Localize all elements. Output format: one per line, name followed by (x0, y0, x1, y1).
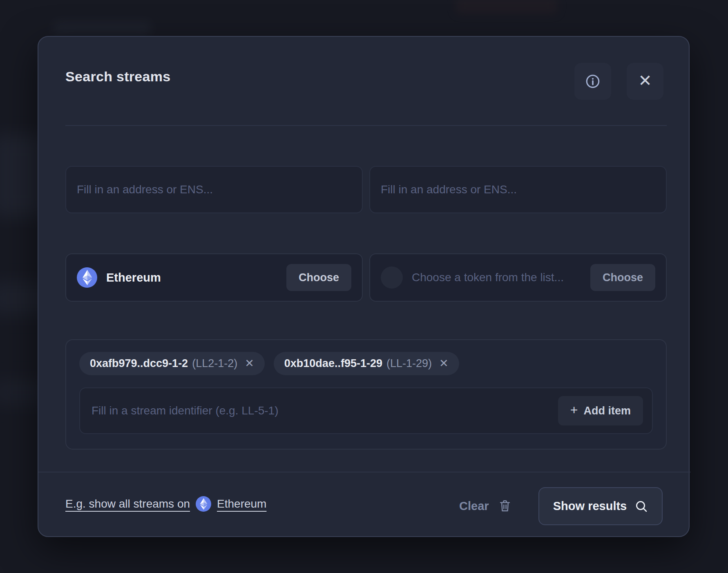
add-item-button[interactable]: + Add item (558, 396, 643, 425)
chip-remove-icon[interactable]: ✕ (439, 358, 449, 369)
ethereum-icon (77, 267, 97, 288)
stream-chips: 0xafb979..dcc9-1-2 (LL2-1-2) ✕ 0xb10dae.… (79, 352, 459, 375)
chain-choose-button[interactable]: Choose (286, 264, 351, 291)
show-results-label: Show results (553, 499, 627, 513)
chain-value: Ethereum (106, 271, 161, 284)
backdrop-blur-shape (53, 21, 151, 35)
footer-divider (38, 472, 690, 472)
page-title: Search streams (65, 69, 170, 85)
stream-identifier-input[interactable] (92, 404, 558, 417)
token-choose-button[interactable]: Choose (590, 264, 655, 291)
ethereum-icon (196, 496, 211, 512)
trash-icon (498, 499, 512, 513)
header-divider (65, 125, 667, 126)
clear-label: Clear (459, 499, 489, 513)
plus-icon: + (570, 403, 578, 416)
token-placeholder-circle (381, 266, 403, 289)
token-select[interactable]: Choose a token from the list... Choose (369, 253, 667, 302)
stream-chip-alias: (LL-1-29) (386, 357, 432, 370)
chip-remove-icon[interactable]: ✕ (245, 358, 254, 369)
stream-chip: 0xafb979..dcc9-1-2 (LL2-1-2) ✕ (79, 352, 265, 375)
clear-button[interactable]: Clear (459, 499, 512, 513)
search-streams-modal: Search streams ✕ Sender Recipient (38, 36, 690, 537)
add-item-label: Add item (583, 405, 631, 417)
example-link-chain: Ethereum (217, 497, 266, 510)
search-icon (635, 500, 648, 513)
stream-chip: 0xb10dae..f95-1-29 (LL-1-29) ✕ (274, 352, 459, 375)
close-icon: ✕ (638, 72, 652, 89)
modal-info-button[interactable] (574, 63, 611, 100)
token-placeholder: Choose a token from the list... (412, 271, 590, 284)
stream-identifier-field: + Add item (79, 387, 653, 434)
backdrop-blur-shape (456, 0, 558, 14)
stream-chip-alias: (LL2-1-2) (192, 357, 237, 370)
chain-select[interactable]: Ethereum Choose (65, 253, 363, 302)
example-link-text: E.g. show all streams on (65, 497, 190, 510)
info-icon (585, 74, 601, 89)
example-streams-link[interactable]: E.g. show all streams on Ethereum (65, 496, 266, 512)
recipient-input[interactable] (369, 166, 667, 213)
stream-chip-id: 0xafb979..dcc9-1-2 (90, 357, 188, 370)
show-results-button[interactable]: Show results (538, 487, 663, 525)
stream-chip-id: 0xb10dae..f95-1-29 (284, 357, 382, 370)
sender-input[interactable] (65, 166, 363, 213)
streams-field: 0xafb979..dcc9-1-2 (LL2-1-2) ✕ 0xb10dae.… (65, 339, 667, 450)
close-button[interactable]: ✕ (627, 63, 663, 100)
